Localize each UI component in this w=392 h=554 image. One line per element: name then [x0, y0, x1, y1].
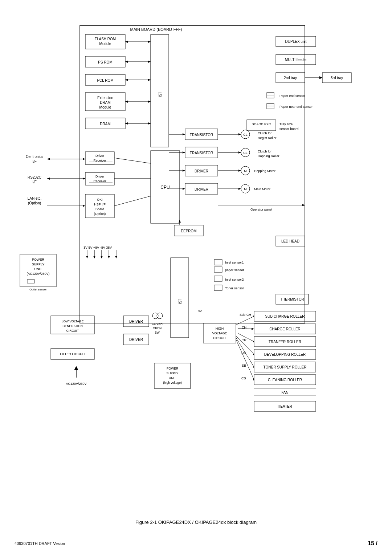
- transistor1-label: TRANSISTOR: [190, 133, 213, 137]
- developping-roller-label: DEVELOPPING ROLLER: [264, 353, 306, 357]
- toner-sensor-label: Toner sensor: [225, 286, 244, 290]
- led-head-label: LED HEAD: [281, 239, 299, 243]
- svg-marker-43: [115, 256, 117, 258]
- svg-point-56: [152, 313, 158, 319]
- driver-recv2-label2: Receiver: [93, 179, 106, 183]
- high-voltage-label2: VOLTAGE: [212, 331, 227, 335]
- svg-marker-104: [47, 158, 50, 160]
- figure-title: OKIPAGE24DX / OKIPAGE24dx block diagram: [158, 520, 257, 525]
- transistor2-label: TRANSISTOR: [190, 151, 213, 155]
- duplex-label: DUPLEX unit: [285, 40, 307, 44]
- tray-size-label2: sensor board: [279, 127, 299, 131]
- figure-label: Figure 2-1: [135, 520, 157, 525]
- svg-marker-107: [47, 178, 50, 180]
- pcl-rom-label: PCL ROM: [97, 78, 113, 82]
- svg-line-112: [114, 196, 151, 206]
- driver4-label: DRIVER: [129, 338, 143, 342]
- cover-sw-label2: OPEN: [153, 326, 162, 330]
- ps-hv-label2: SUPPLY: [167, 371, 179, 375]
- svg-line-127: [236, 339, 254, 380]
- oki-hsp-label3: Board: [95, 207, 104, 211]
- sb-label: SB: [242, 364, 246, 367]
- oki-hsp-label4: (Option): [94, 212, 106, 216]
- cl2-label: CL: [243, 151, 248, 155]
- tranfer-roller-label: TRANFER ROLLER: [269, 340, 301, 344]
- ps-hv-label4: (high voltage): [163, 381, 182, 384]
- low-voltage-label2: GENERATION: [62, 324, 83, 328]
- cleaning-roller-label: CLEANING ROLLER: [268, 378, 302, 382]
- multi-feeder-label: MULTI feeder: [285, 58, 307, 62]
- svg-marker-23: [319, 76, 322, 79]
- svg-marker-70: [74, 366, 78, 370]
- eeprom-label: EEPROM: [181, 229, 196, 233]
- ps-rom-label: PS ROM: [98, 60, 112, 64]
- ext-dram-label3: Module: [99, 105, 111, 109]
- sub-charge-roller-label: SUB CHARGE ROLLER: [265, 314, 305, 318]
- svg-marker-114: [179, 220, 181, 223]
- ps-hv-label3: UNIT: [169, 376, 176, 380]
- svg-marker-97: [238, 151, 241, 154]
- flash-rom-label: FLASH ROM: [95, 37, 116, 41]
- svg-marker-120: [252, 328, 254, 330]
- filter-circuit-label: FILTER CIRCUIT: [60, 352, 85, 356]
- power-supply-label1: POWER: [32, 258, 45, 261]
- low-voltage-label1: LOW VOLTAGE: [62, 319, 84, 323]
- dram-label: DRAM: [100, 122, 110, 126]
- cover-sw-label3: SW: [155, 331, 160, 334]
- lsi-top-label: LSI: [158, 91, 162, 97]
- svg-marker-72: [148, 41, 151, 43]
- board-pxc-label: BOARD PXC: [252, 122, 271, 126]
- svg-rect-47: [214, 276, 222, 281]
- svg-rect-46: [214, 267, 222, 272]
- svg-point-57: [157, 313, 163, 319]
- power-supply-label2: SUPPLY: [32, 262, 45, 266]
- clutch-regist-label2: Regist Roller: [258, 136, 277, 140]
- svg-marker-89: [183, 151, 185, 154]
- svg-marker-76: [125, 61, 128, 63]
- inlet-sensor1-label: Inlet sensor1: [225, 261, 244, 264]
- svg-marker-81: [148, 101, 151, 103]
- power-supply-label4: (AC120V/230V): [26, 272, 49, 276]
- heater-label: HEATER: [278, 404, 292, 408]
- tray2-label: 2nd tray: [284, 76, 297, 80]
- svg-marker-116: [302, 204, 305, 206]
- operator-panel-label: Operator panel: [250, 208, 272, 211]
- lsi-bottom-label: LSI: [178, 298, 182, 304]
- svg-marker-41: [108, 256, 110, 258]
- svg-marker-39: [101, 256, 103, 258]
- footer-left-text: 40930701TH DRAFT Vesion: [15, 541, 65, 546]
- high-voltage-label3: CIRCUIT: [213, 336, 226, 340]
- cover-sw-label1: COVER: [152, 322, 163, 326]
- high-voltage-label1: HIGH: [216, 327, 224, 330]
- sub-ch-label: Sub-CH: [240, 313, 251, 317]
- svg-marker-87: [183, 133, 185, 135]
- driver-recv2-label1: Driver: [95, 175, 104, 178]
- ext-dram-label2: DRAM: [100, 101, 110, 105]
- lan-label2: (Option): [28, 201, 41, 205]
- clutch-hopping-label1: Clutch for: [258, 150, 272, 153]
- main-board-label: MAIN BOARD (BOARD-FFF): [130, 27, 182, 32]
- figure-caption: Figure 2-1 OKIPAGE24DX / OKIPAGE24dx blo…: [0, 520, 392, 525]
- svg-marker-73: [125, 41, 128, 43]
- svg-marker-101: [238, 188, 241, 190]
- hopping-motor-label: Hopping Motor: [254, 169, 275, 173]
- svg-marker-85: [125, 122, 128, 125]
- cb-label: CB: [241, 376, 246, 380]
- voltage-label: 3V 5V +8V -8V 38V: [83, 246, 112, 249]
- paper-end-sensor-label: Paper end sensor: [279, 94, 305, 98]
- ps-hv-label1: POWER: [167, 367, 178, 370]
- svg-marker-95: [238, 133, 241, 135]
- low-voltage-label3: CIRCUIT: [66, 329, 79, 333]
- ac-input-label: AC120V/230V: [66, 382, 86, 386]
- svg-rect-44: [171, 258, 189, 338]
- paper-near-sensor-label: Paper near end sensor: [279, 105, 313, 109]
- footer-right-text: 15 /: [368, 540, 377, 547]
- rs232c-label2: I/F: [32, 180, 37, 184]
- oki-hsp-label1: OKI: [97, 198, 103, 201]
- svg-marker-103: [83, 158, 85, 160]
- svg-marker-75: [148, 61, 151, 63]
- charge-roller-label: CHARGE ROLLER: [269, 327, 301, 331]
- svg-rect-51: [27, 280, 34, 283]
- main-motor-label: Main Motor: [254, 187, 270, 191]
- tray-size-label: Tray size: [279, 122, 293, 126]
